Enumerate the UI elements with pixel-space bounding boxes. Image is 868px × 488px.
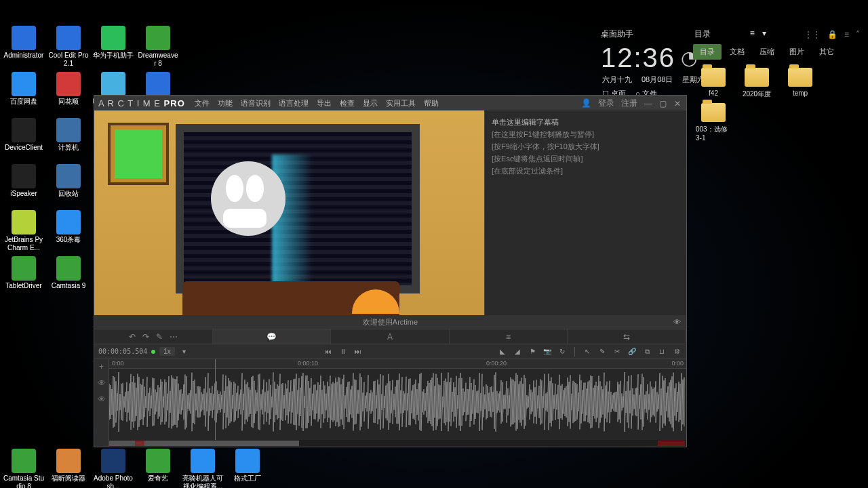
video-preview[interactable] [94,110,484,315]
register-link[interactable]: 注册 [621,98,637,109]
timeline-scrollbar[interactable] [109,440,686,447]
login-link[interactable]: 登录 [598,98,614,109]
files-tab[interactable]: 其它 [812,44,841,60]
files-tab[interactable]: 图片 [783,44,811,60]
desktop-icon[interactable]: 百度网盘 [3,72,45,118]
minimize-button[interactable]: — [644,99,652,107]
link-tool-icon[interactable]: 🔗 [627,348,637,355]
desktop-icon[interactable]: Camtasia 9 [47,256,90,302]
loop-icon[interactable]: ↻ [557,348,568,355]
desktop-icon[interactable]: Camtasia Studio 8 [3,449,45,488]
track-visibility-icon[interactable]: 👁 [98,378,106,388]
menu-item[interactable]: 实用工具 [386,98,416,108]
edit-tool-icon[interactable]: ✎ [597,348,608,355]
close-button[interactable]: ✕ [674,99,682,107]
maximize-button[interactable]: ▢ [659,99,667,107]
cut-tool-icon[interactable]: ✂ [612,348,623,355]
desktop-icon[interactable]: 华为手机助手 [92,26,134,72]
mark-out-icon[interactable]: ◢ [512,348,523,355]
playhead[interactable] [215,359,216,440]
desktop-icon[interactable]: 亮骑机器人可视化编程系... [182,449,224,488]
pause-button[interactable]: ⏸ [338,348,349,355]
files-tab[interactable]: 文档 [723,44,751,60]
visibility-icon[interactable]: 👁 [673,318,681,326]
magnet-icon[interactable]: ⊔ [656,348,667,355]
timeline[interactable]: + 👁 👁 0:00 0:00:10 0:00:20 0:00 [94,359,686,447]
clock-title: 桌面助手 [601,28,633,40]
wall-picture [108,123,169,185]
menu-item[interactable]: 功能 [218,98,233,108]
desktop-icon[interactable]: TabletDriver [3,256,45,302]
desktop-icon[interactable]: Dreamweaver 8 [137,26,179,72]
desktop-icon[interactable]: 爱奇艺 [137,449,179,488]
clock-time: 12:36 [601,43,675,73]
prev-frame-button[interactable]: ⏮ [323,348,334,355]
desktop-icon[interactable]: iSpeaker [3,164,45,210]
status-bar: 欢迎使用Arctime 👁 [94,315,686,329]
timeline-ruler[interactable]: 0:00 0:00:10 0:00:20 0:00 [109,359,686,369]
desktop-icon[interactable]: Administrator [3,26,45,72]
folder-item[interactable]: temp [783,68,818,99]
desktop-icon[interactable]: JetBrains PyCharm E... [3,210,45,256]
desktop-icon[interactable]: 360杀毒 [47,210,90,256]
app-logo: A R C T I M E PRO [98,98,185,108]
menu-item[interactable]: 导出 [317,98,332,108]
desktop-icon[interactable]: 格式工厂 [226,449,269,488]
desktop-icon[interactable]: 福昕阅读器 [47,449,90,488]
menu-icon[interactable]: ≡ [844,30,849,39]
status-dot [151,350,155,354]
tab-chat-icon[interactable]: 💬 [213,329,332,344]
desktop-icon[interactable]: Adobe Photosh... [92,449,134,488]
desktop-icon[interactable]: DeviceClient [3,118,45,164]
pointer-tool-icon[interactable]: ↖ [582,348,593,355]
desktop-icon[interactable]: 回收站 [47,164,90,210]
desktop-icon[interactable]: Cool Edit Pro 2.1 [47,26,90,72]
add-track-icon[interactable]: + [99,362,104,371]
tab-text-icon[interactable]: A [331,329,450,344]
desktop-icon[interactable]: 计算机 [47,118,90,164]
snapshot-icon[interactable]: 📷 [542,348,553,355]
flag-icon[interactable]: ⚑ [527,348,538,355]
menu-item[interactable]: 语音识别 [241,98,271,108]
group-tool-icon[interactable]: ⧉ [642,348,652,356]
speed-dropdown-icon[interactable]: ▾ [179,348,190,355]
ruler-mark: 0:00 [671,360,684,367]
mark-in-icon[interactable]: ◣ [497,348,508,355]
view-list-icon[interactable]: ⋮⋮ [804,30,821,39]
files-tab[interactable]: 目录 [693,44,722,60]
folder-item[interactable]: 2020年度 [739,68,774,99]
menu-item[interactable]: 检查 [340,98,355,108]
files-title: 目录 [694,28,711,40]
files-tab[interactable]: 压缩 [753,44,781,60]
subtitle-hint: [按F9缩小字体，按F10放大字体] [492,140,679,152]
menu-item[interactable]: 显示 [363,98,378,108]
lock-icon[interactable]: 🔒 [827,30,837,39]
menu-item[interactable]: 文件 [195,98,210,108]
menu-item[interactable]: 帮助 [424,98,439,108]
app-titlebar[interactable]: A R C T I M E PRO 文件功能语音识别语言处理导出检查显示实用工具… [94,96,686,110]
speed-selector[interactable]: 1x [159,347,175,356]
tab-settings-icon[interactable]: ⇆ [568,329,686,344]
preview-frame [94,110,484,315]
folder-item[interactable]: f42 [696,68,731,99]
tab-undo[interactable]: ↶ ↷ ✎ ⋯ [94,329,213,344]
tab-list-icon[interactable]: ≡ [450,329,568,344]
timecode: 00:00:05.504 [98,348,147,355]
scrollbar-end [658,441,685,446]
track-audio-icon[interactable]: 👁 [98,394,106,404]
menu-item[interactable]: 语言处理 [279,98,309,108]
collapse-icon[interactable]: ˄ [856,30,860,39]
ruler-mark: 0:00:10 [298,360,318,367]
clock-lunar: 六月十九 [602,75,632,85]
user-icon[interactable]: 👤 [581,98,591,108]
subtitle-editor-pane[interactable]: 单击这里编辑字幕稿[在这里按F1键控制播放与暂停][按F9缩小字体，按F10放大… [484,110,686,315]
tv [176,124,420,293]
subtitle-hint: [在底部设定过滤条件] [492,165,679,177]
gear-icon[interactable]: ⚙ [671,348,682,355]
subtitle-hint: [在这里按F1键控制播放与暂停] [492,128,679,140]
next-frame-button[interactable]: ⏭ [353,348,363,355]
desktop-icons-bottom: Camtasia Studio 8福昕阅读器Adobe Photosh...爱奇… [3,449,269,488]
ruler-mark: 0:00:20 [486,360,507,367]
folder-item[interactable]: 003：选修3-1 [696,103,731,142]
desktop-icon[interactable]: 同花顺 [47,72,90,118]
